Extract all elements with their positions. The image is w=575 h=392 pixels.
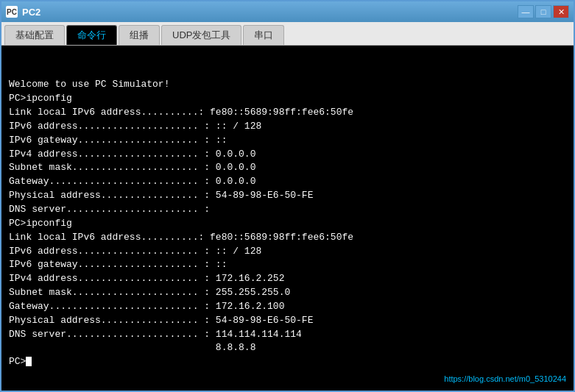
terminal-line: Subnet mask...................... : 0.0.… xyxy=(9,161,566,175)
terminal-line: IPv6 address..................... : :: /… xyxy=(9,245,566,259)
terminal-line: Physical address................. : 54-8… xyxy=(9,314,566,328)
terminal-line: Link local IPv6 address..........: fe80:… xyxy=(9,231,566,245)
window-icon: PC xyxy=(6,6,18,18)
main-window: PC PC2 — □ ✕ 基础配置 命令行 组播 UDP发包工具 串口 Welc… xyxy=(0,0,575,392)
terminal-line: IPv6 gateway..................... : :: xyxy=(9,258,566,272)
terminal-line: Physical address................. : 54-8… xyxy=(9,189,566,203)
close-button[interactable]: ✕ xyxy=(553,5,569,18)
title-bar-left: PC PC2 xyxy=(6,6,40,18)
terminal-content: Welcome to use PC Simulator!PC>ipconfigL… xyxy=(9,78,566,369)
tab-basic[interactable]: 基础配置 xyxy=(4,25,65,45)
title-controls: — □ ✕ xyxy=(518,5,569,18)
tab-multicast[interactable]: 组播 xyxy=(119,25,160,45)
watermark: https://blog.csdn.net/m0_5310244 xyxy=(444,374,566,385)
terminal-line: PC>ipconfig xyxy=(9,92,566,106)
terminal-line: IPv4 address..................... : 172.… xyxy=(9,272,566,286)
terminal-line: Link local IPv6 address..........: fe80:… xyxy=(9,106,566,120)
terminal-line: PC>ipconfig xyxy=(9,217,566,231)
title-bar: PC PC2 — □ ✕ xyxy=(1,1,574,22)
terminal-line: IPv6 address..................... : :: /… xyxy=(9,120,566,134)
tab-command[interactable]: 命令行 xyxy=(66,25,117,45)
minimize-button[interactable]: — xyxy=(518,5,534,18)
tab-serial[interactable]: 串口 xyxy=(243,25,284,45)
terminal-line: Subnet mask...................... : 255.… xyxy=(9,286,566,300)
maximize-button[interactable]: □ xyxy=(535,5,551,18)
terminal-line: DNS server....................... : 114.… xyxy=(9,328,566,342)
tab-bar: 基础配置 命令行 组播 UDP发包工具 串口 xyxy=(1,22,574,46)
terminal-cursor xyxy=(26,357,32,366)
terminal-line: IPv6 gateway..................... : :: xyxy=(9,134,566,148)
tab-udp[interactable]: UDP发包工具 xyxy=(161,25,241,45)
terminal-line: PC> xyxy=(9,355,566,369)
terminal-line: Gateway.......................... : 172.… xyxy=(9,300,566,314)
window-title: PC2 xyxy=(22,7,40,18)
terminal-line: Welcome to use PC Simulator! xyxy=(9,78,566,92)
terminal-line: 8.8.8.8 xyxy=(9,341,566,355)
terminal-line: DNS server....................... : xyxy=(9,203,566,217)
terminal-line: IPv4 address..................... : 0.0.… xyxy=(9,148,566,162)
terminal-line: Gateway.......................... : 0.0.… xyxy=(9,175,566,189)
terminal-area[interactable]: Welcome to use PC Simulator!PC>ipconfigL… xyxy=(1,46,574,391)
